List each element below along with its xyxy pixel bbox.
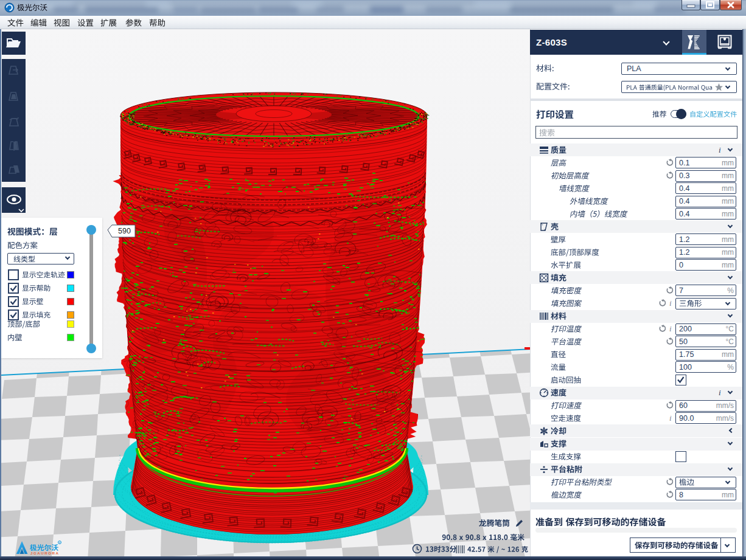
- svg-text:590: 590: [118, 227, 131, 235]
